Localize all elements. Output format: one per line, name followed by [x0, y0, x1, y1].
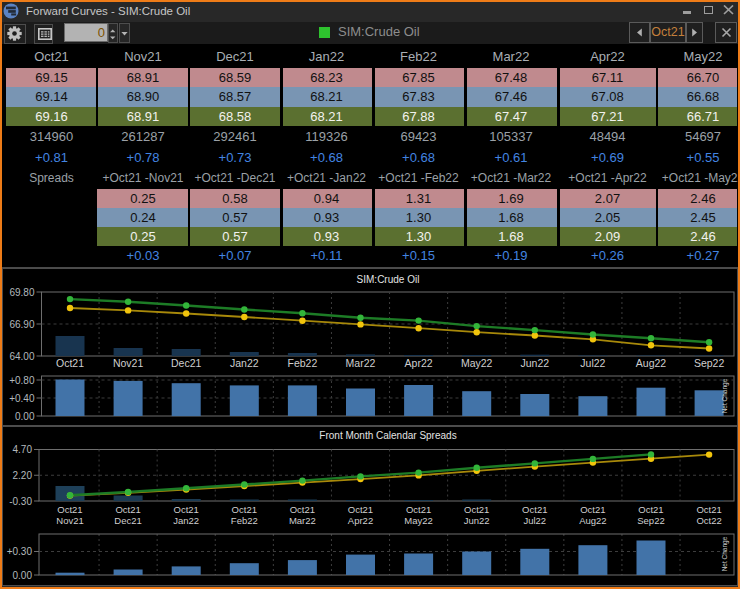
svg-text:Jan22: Jan22: [173, 515, 199, 526]
svg-text:69.80: 69.80: [9, 287, 34, 298]
svg-text:Dec21: Dec21: [114, 515, 141, 526]
svg-text:0.00: 0.00: [13, 570, 33, 581]
svg-text:SIM:Crude Oil: SIM:Crude Oil: [357, 274, 420, 285]
svg-text:Feb22: Feb22: [231, 515, 258, 526]
svg-text:Oct21: Oct21: [232, 504, 257, 515]
svg-text:Oct21: Oct21: [348, 504, 373, 515]
svg-text:Oct21: Oct21: [290, 504, 315, 515]
svg-text:Mar22: Mar22: [346, 357, 376, 369]
svg-text:Oct21: Oct21: [406, 504, 431, 515]
svg-text:Dec21: Dec21: [171, 357, 202, 369]
svg-text:64.00: 64.00: [9, 351, 34, 362]
svg-text:Sep22: Sep22: [637, 515, 664, 526]
svg-text:+0.80: +0.80: [9, 375, 35, 386]
svg-text:Oct21: Oct21: [638, 504, 663, 515]
svg-text:Mar22: Mar22: [289, 515, 316, 526]
svg-text:Oct21: Oct21: [57, 504, 82, 515]
svg-text:Oct21: Oct21: [696, 504, 721, 515]
svg-text:4.70: 4.70: [13, 444, 33, 455]
svg-text:2.20: 2.20: [13, 470, 33, 481]
svg-text:Nov21: Nov21: [113, 357, 144, 369]
svg-text:-0.30: -0.30: [9, 496, 32, 507]
svg-text:66.90: 66.90: [9, 319, 34, 330]
svg-text:Oct21: Oct21: [115, 504, 140, 515]
svg-text:Oct21: Oct21: [464, 504, 489, 515]
svg-text:Aug22: Aug22: [579, 515, 606, 526]
svg-text:Feb22: Feb22: [288, 357, 318, 369]
svg-text:Jul22: Jul22: [580, 357, 605, 369]
svg-text:Sep22: Sep22: [694, 357, 725, 369]
svg-text:Jul22: Jul22: [523, 515, 546, 526]
svg-text:+0.40: +0.40: [9, 393, 35, 404]
svg-text:+0.30: +0.30: [7, 546, 33, 557]
svg-text:0.00: 0.00: [15, 411, 35, 422]
svg-text:Oct22: Oct22: [696, 515, 721, 526]
svg-text:May22: May22: [404, 515, 433, 526]
svg-text:Apr22: Apr22: [405, 357, 433, 369]
svg-text:May22: May22: [461, 357, 493, 369]
svg-text:Aug22: Aug22: [636, 357, 667, 369]
svg-text:Jan22: Jan22: [230, 357, 259, 369]
svg-text:Net Change: Net Change: [721, 378, 729, 413]
svg-text:Net Change: Net Change: [721, 536, 729, 571]
svg-text:Jun22: Jun22: [520, 357, 549, 369]
svg-text:Apr22: Apr22: [348, 515, 373, 526]
svg-text:Front Month Calendar Spreads: Front Month Calendar Spreads: [319, 430, 456, 441]
svg-text:Jun22: Jun22: [464, 515, 490, 526]
svg-text:Oct21: Oct21: [174, 504, 199, 515]
svg-text:Oct21: Oct21: [522, 504, 547, 515]
svg-text:Oct21: Oct21: [56, 357, 84, 369]
svg-text:Nov21: Nov21: [56, 515, 83, 526]
svg-text:Oct21: Oct21: [580, 504, 605, 515]
